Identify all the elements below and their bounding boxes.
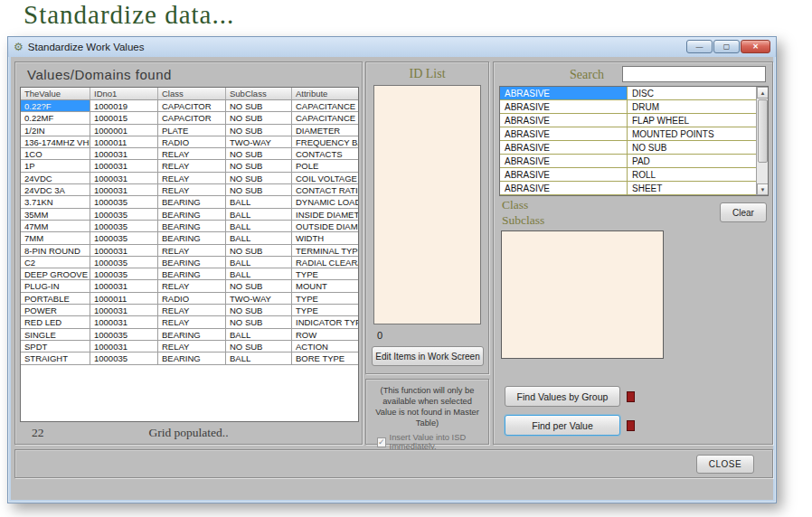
table-cell[interactable]: 0.22MF bbox=[21, 112, 90, 123]
table-cell[interactable]: NO SUB bbox=[226, 148, 292, 159]
table-row[interactable]: SINGLE1000035BEARINGBALLROW bbox=[21, 329, 358, 341]
table-cell[interactable]: 1000011 bbox=[90, 293, 158, 304]
search-result-row[interactable]: ABRASIVEFLAP WHEEL bbox=[500, 114, 768, 127]
table-row[interactable]: DEEP GROOVE1000035BEARINGBALLTYPE bbox=[21, 268, 358, 280]
search-result-cell[interactable]: ABRASIVE bbox=[500, 87, 628, 99]
table-cell[interactable]: RELAY bbox=[158, 173, 226, 183]
table-cell[interactable]: 1000019 bbox=[90, 100, 158, 111]
table-cell[interactable]: 1000031 bbox=[90, 173, 158, 183]
table-row[interactable]: PORTABLE1000011RADIOTWO-WAYTYPE bbox=[21, 293, 358, 305]
table-cell[interactable]: 24VDC bbox=[21, 173, 90, 183]
table-cell[interactable]: RELAY bbox=[158, 148, 226, 159]
search-list-scrollbar[interactable]: ▲ ▼ bbox=[756, 87, 768, 195]
table-cell[interactable]: DEEP GROOVE bbox=[21, 268, 90, 279]
table-cell[interactable]: 47MM bbox=[21, 221, 90, 231]
table-cell[interactable]: RELAY bbox=[158, 305, 226, 315]
table-cell[interactable]: POWER bbox=[21, 305, 90, 315]
table-cell[interactable]: BEARING bbox=[158, 329, 226, 340]
table-cell[interactable]: PLATE bbox=[158, 125, 226, 136]
table-cell[interactable]: RELAY bbox=[158, 245, 226, 256]
table-cell[interactable]: 1000035 bbox=[90, 268, 158, 279]
table-cell[interactable]: NO SUB bbox=[226, 305, 292, 315]
table-cell[interactable]: 1000015 bbox=[90, 112, 158, 123]
table-cell[interactable]: 1000035 bbox=[90, 221, 158, 231]
table-row[interactable]: 136-174MHZ VHF1000011RADIOTWO-WAYFREQUEN… bbox=[21, 136, 358, 148]
table-cell[interactable]: OUTSIDE DIAMET... bbox=[292, 221, 358, 231]
table-cell[interactable]: PLUG-IN bbox=[21, 280, 90, 291]
table-row[interactable]: 1/2IN1000001PLATENO SUBDIAMETER bbox=[21, 125, 358, 136]
minimize-button[interactable]: — bbox=[686, 40, 713, 53]
search-result-cell[interactable]: ABRASIVE bbox=[500, 155, 628, 167]
table-cell[interactable]: 1000031 bbox=[90, 160, 158, 171]
search-result-cell[interactable]: ABRASIVE bbox=[500, 100, 628, 113]
table-cell[interactable]: FREQUENCY BAND bbox=[292, 136, 358, 147]
table-cell[interactable]: 1000001 bbox=[90, 125, 158, 136]
column-header[interactable]: Attribute bbox=[292, 88, 358, 99]
table-cell[interactable]: BALL bbox=[226, 268, 292, 279]
table-row[interactable]: C21000035BEARINGBALLRADIAL CLEARAN... bbox=[21, 257, 358, 268]
table-cell[interactable]: RELAY bbox=[158, 341, 226, 352]
search-result-row[interactable]: ABRASIVEROLL bbox=[500, 168, 768, 182]
table-row[interactable]: 8-PIN ROUND1000031RELAYNO SUBTERMINAL TY… bbox=[21, 245, 358, 257]
search-result-cell[interactable]: ABRASIVE bbox=[500, 168, 628, 181]
scrollbar-thumb[interactable] bbox=[758, 99, 768, 163]
table-row[interactable]: 0.22?F1000019CAPACITORNO SUBCAPACITANCE bbox=[21, 100, 358, 112]
table-row[interactable]: SPDT1000031RELAYNO SUBACTION bbox=[21, 341, 358, 352]
table-cell[interactable]: 1000011 bbox=[90, 136, 158, 147]
table-row[interactable]: 1CO1000031RELAYNO SUBCONTACTS bbox=[21, 148, 358, 160]
table-cell[interactable]: 1000031 bbox=[90, 184, 158, 195]
search-result-cell[interactable]: ABRASIVE bbox=[500, 114, 628, 127]
scroll-up-icon[interactable]: ▲ bbox=[757, 87, 769, 99]
table-cell[interactable]: BEARING bbox=[158, 232, 226, 243]
table-cell[interactable]: 1/2IN bbox=[21, 125, 90, 136]
table-cell[interactable]: RELAY bbox=[158, 184, 226, 195]
search-result-cell[interactable]: ABRASIVE bbox=[500, 195, 628, 196]
table-cell[interactable]: 1000035 bbox=[90, 257, 158, 268]
table-cell[interactable]: RELAY bbox=[158, 160, 226, 171]
search-result-cell[interactable]: STONE bbox=[628, 195, 756, 196]
column-header[interactable]: IDno1 bbox=[90, 88, 158, 99]
table-cell[interactable]: WIDTH bbox=[292, 232, 358, 243]
table-row[interactable]: 3.71KN1000035BEARINGBALLDYNAMIC LOAD R..… bbox=[21, 196, 358, 208]
search-result-row[interactable]: ABRASIVEMOUNTED POINTS bbox=[500, 127, 768, 141]
table-cell[interactable]: BEARING bbox=[158, 268, 226, 279]
table-cell[interactable]: NO SUB bbox=[226, 125, 292, 136]
table-cell[interactable]: 1000031 bbox=[90, 245, 158, 256]
table-row[interactable]: 35MM1000035BEARINGBALLINSIDE DIAMETER bbox=[21, 209, 358, 221]
column-header[interactable]: TheValue bbox=[21, 88, 90, 99]
column-header[interactable]: SubClass bbox=[226, 88, 292, 99]
table-cell[interactable]: PORTABLE bbox=[21, 293, 90, 304]
search-result-row[interactable]: ABRASIVENO SUB bbox=[500, 141, 768, 155]
table-cell[interactable]: TYPE bbox=[292, 268, 358, 279]
table-cell[interactable]: 1000035 bbox=[90, 329, 158, 340]
table-cell[interactable]: RED LED bbox=[21, 316, 90, 327]
table-cell[interactable]: 1000031 bbox=[90, 316, 158, 327]
table-cell[interactable]: RADIO bbox=[158, 293, 226, 304]
table-cell[interactable]: NO SUB bbox=[226, 280, 292, 291]
table-cell[interactable]: BEARING bbox=[158, 209, 226, 220]
scroll-down-icon[interactable]: ▼ bbox=[757, 183, 769, 195]
table-cell[interactable]: 1000031 bbox=[90, 305, 158, 315]
close-button[interactable]: CLOSE bbox=[696, 455, 754, 474]
search-result-cell[interactable]: ABRASIVE bbox=[500, 127, 628, 140]
maximize-button[interactable]: ▢ bbox=[713, 40, 740, 53]
table-cell[interactable]: 3.71KN bbox=[21, 196, 90, 207]
search-result-cell[interactable]: NO SUB bbox=[628, 141, 756, 154]
table-cell[interactable]: TERMINAL TYPE bbox=[292, 245, 358, 256]
table-cell[interactable]: RELAY bbox=[158, 280, 226, 291]
table-cell[interactable]: BEARING bbox=[158, 196, 226, 207]
table-cell[interactable]: ACTION bbox=[292, 341, 358, 352]
table-cell[interactable]: 1000031 bbox=[90, 280, 158, 291]
table-row[interactable]: 24VDC 3A1000031RELAYNO SUBCONTACT RATING bbox=[21, 184, 358, 196]
table-cell[interactable]: DYNAMIC LOAD R... bbox=[292, 196, 358, 207]
table-cell[interactable]: ROW bbox=[292, 329, 358, 340]
search-result-cell[interactable]: SHEET bbox=[628, 182, 756, 194]
table-cell[interactable]: 1000035 bbox=[90, 232, 158, 243]
search-result-row[interactable]: ABRASIVEDISC bbox=[500, 87, 768, 100]
table-cell[interactable]: 35MM bbox=[21, 209, 90, 220]
table-row[interactable]: POWER1000031RELAYNO SUBTYPE bbox=[21, 305, 358, 316]
table-cell[interactable]: 7MM bbox=[21, 232, 90, 243]
table-cell[interactable]: BALL bbox=[226, 196, 292, 207]
table-row[interactable]: 7MM1000035BEARINGBALLWIDTH bbox=[21, 232, 358, 244]
table-cell[interactable]: NO SUB bbox=[226, 341, 292, 352]
